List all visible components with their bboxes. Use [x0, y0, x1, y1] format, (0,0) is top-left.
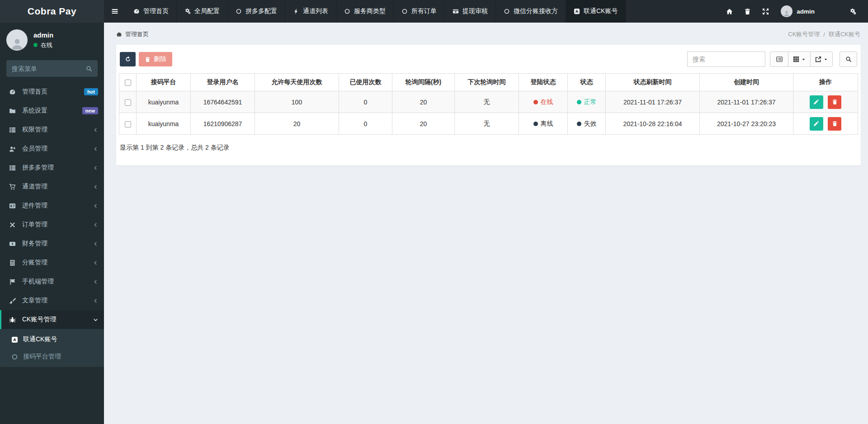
pencil-icon: [813, 99, 819, 105]
table-row: kuaiyunma 16210906287 20 0 20 无 离线 失效 20…: [119, 113, 858, 135]
ck-accounts-table: 接码平台 登录用户名 允许每天使用次数 已使用次数 轮询间隔(秒) 下次轮询时间…: [119, 73, 858, 135]
search-icon[interactable]: [86, 66, 92, 72]
delete-button[interactable]: 删除: [139, 52, 172, 66]
tab-channel-list[interactable]: 通道列表: [285, 0, 336, 23]
col-daily-limit: 允许每天使用次数: [255, 74, 339, 91]
edit-button[interactable]: [810, 117, 823, 131]
tab-pdd-config[interactable]: 拼多多配置: [228, 0, 285, 23]
col-used: 已使用次数: [339, 74, 392, 91]
table-row: kuaiyunma 16764642591 100 0 20 无 在线 正常 2…: [119, 91, 858, 113]
adn-icon: [574, 8, 580, 14]
user-plus-icon: [8, 146, 16, 152]
home-button[interactable]: [720, 8, 738, 15]
tab-withdraw-review[interactable]: 提现审核: [445, 0, 496, 23]
select-all-cell: [119, 74, 137, 91]
chevron-left-icon: [93, 146, 98, 151]
table-card: 删除 接码平台 登录用户名: [116, 45, 861, 165]
sidebar-toggle-button[interactable]: [104, 0, 126, 23]
settings-button[interactable]: [844, 8, 862, 15]
status-dot-icon: [533, 100, 538, 104]
tab-provider-type[interactable]: 服务商类型: [336, 0, 394, 23]
refresh-button[interactable]: [120, 52, 136, 66]
col-refresh-time: 状态刷新时间: [606, 74, 700, 91]
tab-wechat-receivers[interactable]: 微信分账接收方: [496, 0, 566, 23]
table-search-input[interactable]: [687, 52, 765, 67]
cell-interval: 20: [392, 91, 455, 113]
circle-icon: [236, 8, 242, 14]
sidebar-item-onboarding[interactable]: 进件管理: [0, 196, 104, 215]
search-toggle-button[interactable]: [840, 52, 857, 67]
breadcrumb-current: 联通CK账号: [829, 30, 860, 38]
breadcrumb-home[interactable]: 管理首页: [116, 30, 149, 38]
sidebar-item-system-settings[interactable]: 系统设置new: [0, 101, 104, 120]
sidebar-item-ledger[interactable]: 分账管理: [0, 253, 104, 272]
avatar: [6, 29, 28, 51]
col-platform: 接码平台: [137, 74, 191, 91]
clear-cache-button[interactable]: [738, 8, 756, 15]
calculator-icon: [8, 259, 16, 266]
delete-row-button[interactable]: [828, 117, 841, 131]
col-create-time: 创建时间: [700, 74, 793, 91]
hamburger-icon: [111, 8, 118, 15]
status-dot-icon: [577, 100, 581, 104]
col-interval: 轮询间隔(秒): [392, 74, 455, 91]
user-menu[interactable]: admin: [781, 5, 815, 17]
edit-button[interactable]: [810, 95, 823, 109]
delete-row-button[interactable]: [828, 95, 841, 109]
breadcrumb-section[interactable]: CK账号管理: [788, 30, 820, 38]
cell-status: 失效: [568, 113, 606, 135]
col-actions: 操作: [793, 74, 858, 91]
sidebar-item-finance[interactable]: 财务管理: [0, 234, 104, 253]
row-checkbox[interactable]: [125, 99, 131, 106]
expand-icon: [762, 8, 769, 15]
tab-unicom-ck-accounts[interactable]: 联通CK账号: [566, 0, 626, 23]
sidebar-item-permissions[interactable]: 权限管理: [0, 120, 104, 139]
sidebar-item-articles[interactable]: 文章管理: [0, 291, 104, 310]
sidebar: admin 在线 管理首页hot 系统设置new 权限管理 会员管理 拼多多管理…: [0, 23, 104, 424]
cell-used: 0: [339, 113, 392, 135]
sidebar-item-dashboard[interactable]: 管理首页hot: [0, 82, 104, 101]
sidebar-search: [6, 60, 98, 77]
menu-search-input[interactable]: [12, 65, 86, 72]
chevron-left-icon: [93, 279, 98, 284]
brand-logo[interactable]: Cobra Pay: [0, 0, 104, 23]
sidebar-item-members[interactable]: 会员管理: [0, 139, 104, 158]
sidebar-subitem-unicom-ck[interactable]: 联通CK账号: [0, 331, 104, 348]
main-content: 管理首页 CK账号管理 / 联通CK账号 删除: [104, 0, 868, 165]
pagination-summary: 显示第 1 到第 2 条记录，总共 2 条记录: [120, 144, 857, 152]
cell-status: 正常: [568, 91, 606, 113]
export-icon: [815, 56, 821, 62]
chevron-left-icon: [93, 184, 98, 189]
sidebar-item-orders[interactable]: 订单管理: [0, 215, 104, 234]
export-button[interactable]: [810, 52, 833, 67]
sidebar-menu: 管理首页hot 系统设置new 权限管理 会员管理 拼多多管理 通道管理 进件管…: [0, 82, 104, 329]
table-view-buttons: [770, 52, 833, 67]
list-alt-icon: [776, 56, 783, 62]
sidebar-item-channels[interactable]: 通道管理: [0, 177, 104, 196]
online-dot-icon: [33, 43, 38, 47]
sidebar-item-mobile[interactable]: 手机端管理: [0, 272, 104, 291]
caret-down-icon: [802, 57, 806, 61]
row-checkbox[interactable]: [125, 121, 131, 127]
table-toolbar: 删除: [119, 51, 858, 73]
tab-dashboard[interactable]: 管理首页: [126, 0, 177, 23]
sidebar-item-ck-accounts[interactable]: CK账号管理: [0, 310, 104, 329]
col-next-poll: 下次轮询时间: [455, 74, 519, 91]
trash-icon: [145, 57, 151, 62]
status-dot-icon: [577, 122, 581, 126]
toggle-pagination-button[interactable]: [770, 52, 788, 67]
top-navbar: Cobra Pay 管理首页 全局配置 拼多多配置 通道列表 服务商类型 所有订…: [0, 0, 868, 23]
cell-actions: [793, 91, 858, 113]
tab-all-orders[interactable]: 所有订单: [394, 0, 445, 23]
tab-global-config[interactable]: 全局配置: [177, 0, 228, 23]
cell-refresh-time: 2021-10-28 22:16:04: [606, 113, 700, 135]
search-icon: [845, 56, 852, 62]
fullscreen-button[interactable]: [756, 8, 774, 15]
sidebar-item-pdd[interactable]: 拼多多管理: [0, 158, 104, 177]
select-all-checkbox[interactable]: [125, 80, 131, 86]
user-icon: [783, 10, 790, 17]
cogs-icon: [184, 8, 191, 14]
sidebar-subitem-sms-platform[interactable]: 接码平台管理: [0, 348, 104, 365]
columns-button[interactable]: [788, 52, 811, 67]
cell-create-time: 2021-11-01 17:26:37: [700, 91, 793, 113]
